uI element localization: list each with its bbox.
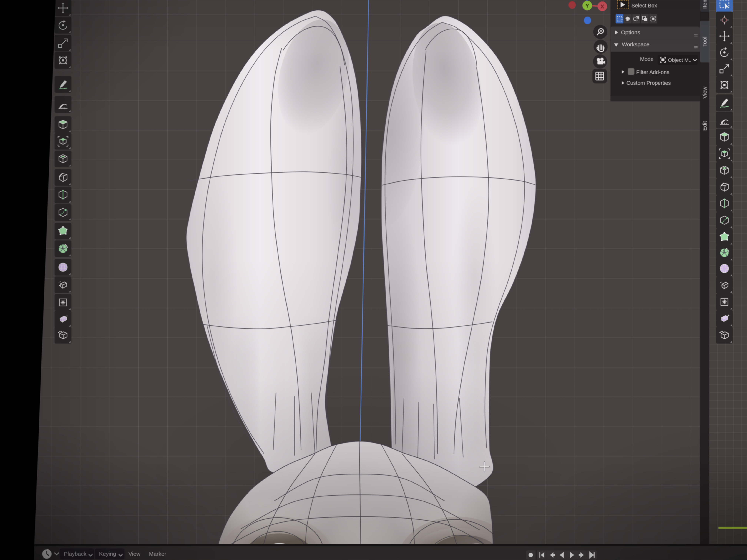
svg-text:X: X [600,3,604,9]
svg-text:Y: Y [586,3,589,9]
